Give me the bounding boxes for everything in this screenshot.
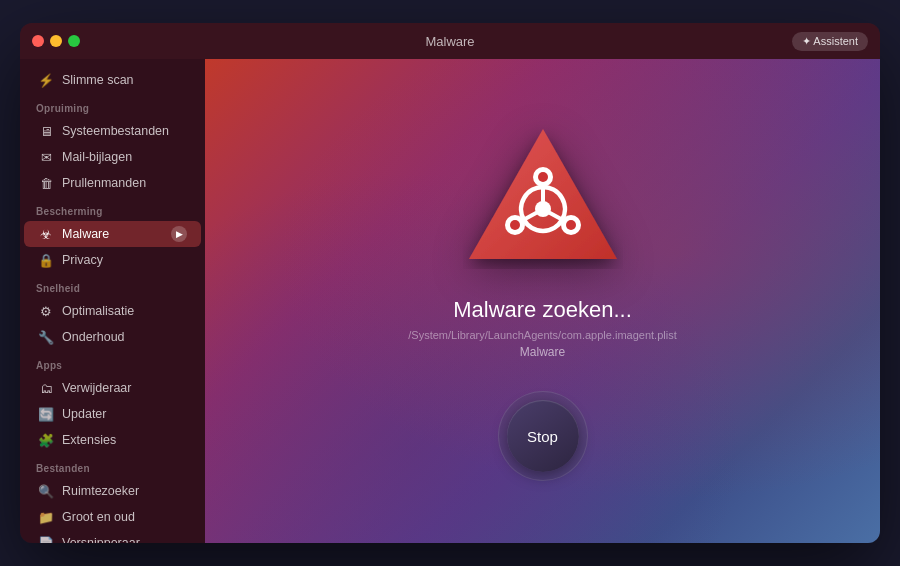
malware-badge: ▶ <box>171 226 187 242</box>
uninstall-icon: 🗂 <box>38 380 54 396</box>
titlebar: Malware ✦ Assistent <box>20 23 880 59</box>
sidebar-item-label: Mail-bijlagen <box>62 150 132 164</box>
sidebar-item-label: Systeembestanden <box>62 124 169 138</box>
maximize-button[interactable] <box>68 35 80 47</box>
system-icon: 🖥 <box>38 123 54 139</box>
sidebar-item-ruimtezoeker[interactable]: 🔍 Ruimtezoeker <box>24 478 201 504</box>
section-label-snelheid: Snelheid <box>20 273 205 298</box>
update-icon: 🔄 <box>38 406 54 422</box>
sidebar-item-label: Onderhoud <box>62 330 125 344</box>
window-title: Malware <box>425 34 474 49</box>
stop-button-container: Stop <box>498 391 588 481</box>
sidebar-item-label: Updater <box>62 407 106 421</box>
biohazard-icon: ☣ <box>38 226 54 242</box>
extension-icon: 🧩 <box>38 432 54 448</box>
sidebar-item-label: Ruimtezoeker <box>62 484 139 498</box>
search-icon: 🔍 <box>38 483 54 499</box>
app-window: Malware ✦ Assistent ⚡ Slimme scan Opruim… <box>20 23 880 543</box>
content-area: ⚡ Slimme scan Opruiming 🖥 Systeembestand… <box>20 59 880 543</box>
sidebar-item-label: Groot en oud <box>62 510 135 524</box>
sidebar-item-systeembestanden[interactable]: 🖥 Systeembestanden <box>24 118 201 144</box>
svg-point-5 <box>566 220 576 230</box>
svg-point-6 <box>510 220 520 230</box>
sidebar-item-label: Optimalisatie <box>62 304 134 318</box>
status-title: Malware zoeken... <box>408 297 676 323</box>
main-content: Malware zoeken... /System/Library/Launch… <box>205 59 880 543</box>
trash-icon: 🗑 <box>38 175 54 191</box>
svg-point-0 <box>535 201 551 217</box>
minimize-button[interactable] <box>50 35 62 47</box>
sidebar-item-malware[interactable]: ☣ Malware ▶ <box>24 221 201 247</box>
sidebar-item-label: Privacy <box>62 253 103 267</box>
sidebar-item-groot-en-oud[interactable]: 📁 Groot en oud <box>24 504 201 530</box>
wrench-icon: 🔧 <box>38 329 54 345</box>
gear-icon: ⚙ <box>38 303 54 319</box>
status-path: /System/Library/LaunchAgents/com.apple.i… <box>408 329 676 341</box>
svg-point-4 <box>538 172 548 182</box>
sidebar-item-label: Extensies <box>62 433 116 447</box>
sidebar-item-label: Malware <box>62 227 109 241</box>
sidebar-item-slimme-scan[interactable]: ⚡ Slimme scan <box>24 67 201 93</box>
shredder-icon: 📄 <box>38 535 54 543</box>
sidebar-item-label: Prullenmanden <box>62 176 146 190</box>
sidebar-item-verwijderaar[interactable]: 🗂 Verwijderaar <box>24 375 201 401</box>
sidebar-item-optimalisatie[interactable]: ⚙ Optimalisatie <box>24 298 201 324</box>
sidebar-item-label: Verwijderaar <box>62 381 131 395</box>
sidebar-item-privacy[interactable]: 🔒 Privacy <box>24 247 201 273</box>
sidebar-item-extensies[interactable]: 🧩 Extensies <box>24 427 201 453</box>
close-button[interactable] <box>32 35 44 47</box>
traffic-lights <box>32 35 80 47</box>
stop-button-outer-ring: Stop <box>498 391 588 481</box>
sidebar: ⚡ Slimme scan Opruiming 🖥 Systeembestand… <box>20 59 205 543</box>
sidebar-item-label: Slimme scan <box>62 73 134 87</box>
biohazard-triangle <box>463 121 623 273</box>
biohazard-svg <box>463 121 623 269</box>
section-label-apps: Apps <box>20 350 205 375</box>
sidebar-item-versnipperaar[interactable]: 📄 Versnipperaar <box>24 530 201 543</box>
section-label-bestanden: Bestanden <box>20 453 205 478</box>
status-text: Malware zoeken... /System/Library/Launch… <box>408 297 676 359</box>
sidebar-item-updater[interactable]: 🔄 Updater <box>24 401 201 427</box>
sidebar-item-onderhoud[interactable]: 🔧 Onderhoud <box>24 324 201 350</box>
mail-icon: ✉ <box>38 149 54 165</box>
assistant-button[interactable]: ✦ Assistent <box>792 32 868 51</box>
section-label-bescherming: Bescherming <box>20 196 205 221</box>
lock-icon: 🔒 <box>38 252 54 268</box>
sidebar-item-label: Versnipperaar <box>62 536 140 543</box>
sidebar-item-mail-bijlagen[interactable]: ✉ Mail-bijlagen <box>24 144 201 170</box>
stop-button[interactable]: Stop <box>507 400 579 472</box>
sidebar-item-prullenmanden[interactable]: 🗑 Prullenmanden <box>24 170 201 196</box>
status-subtitle: Malware <box>408 345 676 359</box>
section-label-opruiming: Opruiming <box>20 93 205 118</box>
lightning-icon: ⚡ <box>38 72 54 88</box>
folder-icon: 📁 <box>38 509 54 525</box>
